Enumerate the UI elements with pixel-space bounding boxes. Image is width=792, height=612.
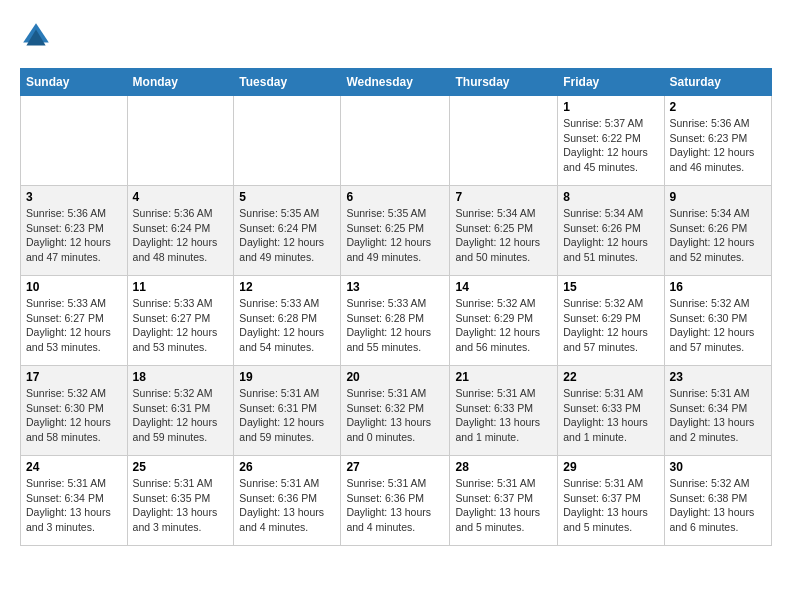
calendar-cell xyxy=(21,96,128,186)
calendar-cell: 9Sunrise: 5:34 AMSunset: 6:26 PMDaylight… xyxy=(664,186,772,276)
day-number: 19 xyxy=(239,370,335,384)
calendar-body: 1Sunrise: 5:37 AMSunset: 6:22 PMDaylight… xyxy=(21,96,772,546)
day-info: Sunrise: 5:31 AMSunset: 6:33 PMDaylight:… xyxy=(455,386,552,445)
day-info: Sunrise: 5:33 AMSunset: 6:28 PMDaylight:… xyxy=(346,296,444,355)
day-number: 2 xyxy=(670,100,767,114)
day-info: Sunrise: 5:31 AMSunset: 6:34 PMDaylight:… xyxy=(26,476,122,535)
calendar-cell xyxy=(341,96,450,186)
day-number: 30 xyxy=(670,460,767,474)
calendar-cell: 13Sunrise: 5:33 AMSunset: 6:28 PMDayligh… xyxy=(341,276,450,366)
day-info: Sunrise: 5:33 AMSunset: 6:27 PMDaylight:… xyxy=(26,296,122,355)
day-number: 12 xyxy=(239,280,335,294)
logo-icon xyxy=(20,20,52,52)
day-info: Sunrise: 5:32 AMSunset: 6:29 PMDaylight:… xyxy=(563,296,658,355)
calendar-cell xyxy=(450,96,558,186)
day-info: Sunrise: 5:33 AMSunset: 6:27 PMDaylight:… xyxy=(133,296,229,355)
calendar-cell: 21Sunrise: 5:31 AMSunset: 6:33 PMDayligh… xyxy=(450,366,558,456)
day-info: Sunrise: 5:32 AMSunset: 6:31 PMDaylight:… xyxy=(133,386,229,445)
calendar-cell: 11Sunrise: 5:33 AMSunset: 6:27 PMDayligh… xyxy=(127,276,234,366)
day-info: Sunrise: 5:34 AMSunset: 6:25 PMDaylight:… xyxy=(455,206,552,265)
calendar-cell: 20Sunrise: 5:31 AMSunset: 6:32 PMDayligh… xyxy=(341,366,450,456)
day-info: Sunrise: 5:36 AMSunset: 6:23 PMDaylight:… xyxy=(670,116,767,175)
calendar-cell: 5Sunrise: 5:35 AMSunset: 6:24 PMDaylight… xyxy=(234,186,341,276)
calendar-cell: 30Sunrise: 5:32 AMSunset: 6:38 PMDayligh… xyxy=(664,456,772,546)
day-info: Sunrise: 5:31 AMSunset: 6:33 PMDaylight:… xyxy=(563,386,658,445)
day-info: Sunrise: 5:33 AMSunset: 6:28 PMDaylight:… xyxy=(239,296,335,355)
day-info: Sunrise: 5:37 AMSunset: 6:22 PMDaylight:… xyxy=(563,116,658,175)
day-info: Sunrise: 5:31 AMSunset: 6:35 PMDaylight:… xyxy=(133,476,229,535)
day-number: 26 xyxy=(239,460,335,474)
calendar-cell: 1Sunrise: 5:37 AMSunset: 6:22 PMDaylight… xyxy=(558,96,664,186)
day-number: 10 xyxy=(26,280,122,294)
calendar-week-row: 10Sunrise: 5:33 AMSunset: 6:27 PMDayligh… xyxy=(21,276,772,366)
calendar-cell: 14Sunrise: 5:32 AMSunset: 6:29 PMDayligh… xyxy=(450,276,558,366)
weekday-header: Sunday xyxy=(21,69,128,96)
day-number: 14 xyxy=(455,280,552,294)
day-number: 4 xyxy=(133,190,229,204)
calendar-cell: 3Sunrise: 5:36 AMSunset: 6:23 PMDaylight… xyxy=(21,186,128,276)
calendar-header-row: SundayMondayTuesdayWednesdayThursdayFrid… xyxy=(21,69,772,96)
calendar-week-row: 17Sunrise: 5:32 AMSunset: 6:30 PMDayligh… xyxy=(21,366,772,456)
day-info: Sunrise: 5:32 AMSunset: 6:29 PMDaylight:… xyxy=(455,296,552,355)
day-number: 21 xyxy=(455,370,552,384)
day-info: Sunrise: 5:32 AMSunset: 6:30 PMDaylight:… xyxy=(26,386,122,445)
day-number: 3 xyxy=(26,190,122,204)
calendar-cell: 15Sunrise: 5:32 AMSunset: 6:29 PMDayligh… xyxy=(558,276,664,366)
calendar-cell xyxy=(127,96,234,186)
calendar-cell: 25Sunrise: 5:31 AMSunset: 6:35 PMDayligh… xyxy=(127,456,234,546)
calendar-cell: 22Sunrise: 5:31 AMSunset: 6:33 PMDayligh… xyxy=(558,366,664,456)
calendar-cell: 4Sunrise: 5:36 AMSunset: 6:24 PMDaylight… xyxy=(127,186,234,276)
calendar-cell: 17Sunrise: 5:32 AMSunset: 6:30 PMDayligh… xyxy=(21,366,128,456)
calendar-cell: 16Sunrise: 5:32 AMSunset: 6:30 PMDayligh… xyxy=(664,276,772,366)
day-info: Sunrise: 5:32 AMSunset: 6:38 PMDaylight:… xyxy=(670,476,767,535)
day-info: Sunrise: 5:34 AMSunset: 6:26 PMDaylight:… xyxy=(563,206,658,265)
calendar-cell: 18Sunrise: 5:32 AMSunset: 6:31 PMDayligh… xyxy=(127,366,234,456)
page-header xyxy=(20,20,772,52)
calendar-cell: 19Sunrise: 5:31 AMSunset: 6:31 PMDayligh… xyxy=(234,366,341,456)
weekday-header: Friday xyxy=(558,69,664,96)
day-number: 7 xyxy=(455,190,552,204)
day-info: Sunrise: 5:31 AMSunset: 6:37 PMDaylight:… xyxy=(455,476,552,535)
day-info: Sunrise: 5:35 AMSunset: 6:25 PMDaylight:… xyxy=(346,206,444,265)
day-info: Sunrise: 5:36 AMSunset: 6:24 PMDaylight:… xyxy=(133,206,229,265)
calendar-cell xyxy=(234,96,341,186)
calendar-cell: 28Sunrise: 5:31 AMSunset: 6:37 PMDayligh… xyxy=(450,456,558,546)
calendar-cell: 24Sunrise: 5:31 AMSunset: 6:34 PMDayligh… xyxy=(21,456,128,546)
day-number: 13 xyxy=(346,280,444,294)
calendar-cell: 29Sunrise: 5:31 AMSunset: 6:37 PMDayligh… xyxy=(558,456,664,546)
day-number: 27 xyxy=(346,460,444,474)
calendar-week-row: 3Sunrise: 5:36 AMSunset: 6:23 PMDaylight… xyxy=(21,186,772,276)
day-number: 29 xyxy=(563,460,658,474)
day-number: 5 xyxy=(239,190,335,204)
day-info: Sunrise: 5:31 AMSunset: 6:36 PMDaylight:… xyxy=(346,476,444,535)
day-number: 18 xyxy=(133,370,229,384)
logo xyxy=(20,20,58,52)
day-info: Sunrise: 5:31 AMSunset: 6:36 PMDaylight:… xyxy=(239,476,335,535)
weekday-header: Wednesday xyxy=(341,69,450,96)
calendar-cell: 23Sunrise: 5:31 AMSunset: 6:34 PMDayligh… xyxy=(664,366,772,456)
weekday-header: Monday xyxy=(127,69,234,96)
day-number: 11 xyxy=(133,280,229,294)
day-number: 1 xyxy=(563,100,658,114)
day-number: 6 xyxy=(346,190,444,204)
day-number: 9 xyxy=(670,190,767,204)
day-number: 15 xyxy=(563,280,658,294)
calendar-table: SundayMondayTuesdayWednesdayThursdayFrid… xyxy=(20,68,772,546)
day-info: Sunrise: 5:31 AMSunset: 6:32 PMDaylight:… xyxy=(346,386,444,445)
calendar-cell: 10Sunrise: 5:33 AMSunset: 6:27 PMDayligh… xyxy=(21,276,128,366)
day-number: 17 xyxy=(26,370,122,384)
day-info: Sunrise: 5:31 AMSunset: 6:37 PMDaylight:… xyxy=(563,476,658,535)
calendar-cell: 12Sunrise: 5:33 AMSunset: 6:28 PMDayligh… xyxy=(234,276,341,366)
calendar-cell: 27Sunrise: 5:31 AMSunset: 6:36 PMDayligh… xyxy=(341,456,450,546)
day-info: Sunrise: 5:31 AMSunset: 6:34 PMDaylight:… xyxy=(670,386,767,445)
calendar-cell: 7Sunrise: 5:34 AMSunset: 6:25 PMDaylight… xyxy=(450,186,558,276)
day-info: Sunrise: 5:35 AMSunset: 6:24 PMDaylight:… xyxy=(239,206,335,265)
day-number: 20 xyxy=(346,370,444,384)
day-info: Sunrise: 5:34 AMSunset: 6:26 PMDaylight:… xyxy=(670,206,767,265)
calendar-week-row: 1Sunrise: 5:37 AMSunset: 6:22 PMDaylight… xyxy=(21,96,772,186)
calendar-cell: 8Sunrise: 5:34 AMSunset: 6:26 PMDaylight… xyxy=(558,186,664,276)
weekday-header: Thursday xyxy=(450,69,558,96)
weekday-header: Saturday xyxy=(664,69,772,96)
day-number: 23 xyxy=(670,370,767,384)
day-info: Sunrise: 5:31 AMSunset: 6:31 PMDaylight:… xyxy=(239,386,335,445)
